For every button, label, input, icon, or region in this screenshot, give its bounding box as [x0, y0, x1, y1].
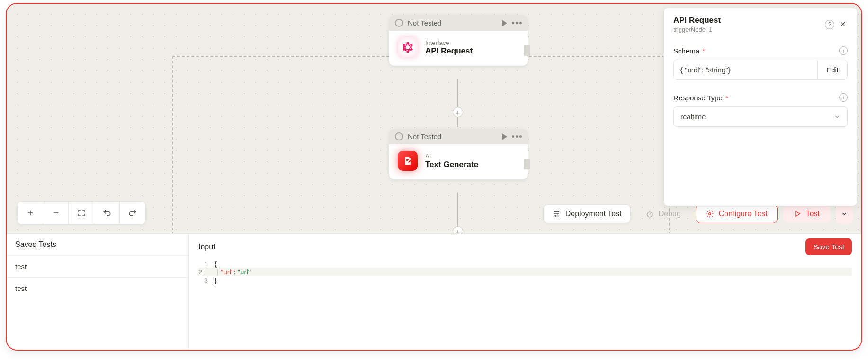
redo-button[interactable] [120, 202, 145, 224]
svg-rect-7 [406, 159, 409, 160]
node-properties-panel: API Request triggerNode_1 ? Schema * i E… [663, 8, 858, 206]
zoom-in-button[interactable] [18, 202, 43, 224]
test-dropdown-button[interactable] [836, 204, 853, 224]
gear-icon [706, 210, 714, 218]
close-icon[interactable] [839, 20, 848, 29]
schema-label: Schema * i [673, 46, 848, 55]
canvas-toolbar [17, 201, 146, 225]
saved-test-item[interactable]: test [7, 255, 188, 277]
save-test-button[interactable]: Save Test [805, 238, 852, 255]
node-text-generate[interactable]: Not Tested AI Text Generate [389, 129, 528, 179]
graphql-icon [398, 37, 418, 57]
svg-point-6 [403, 44, 404, 46]
zoom-out-button[interactable] [43, 202, 69, 224]
more-icon[interactable] [512, 135, 522, 138]
node-title: Text Generate [425, 160, 478, 169]
panel-subtitle: triggerNode_1 [673, 26, 820, 33]
svg-point-1 [407, 42, 408, 44]
debug-button[interactable]: Debug [636, 204, 690, 223]
chevron-down-icon [841, 211, 848, 217]
svg-point-4 [407, 51, 408, 53]
chevron-down-icon [834, 114, 841, 120]
connector-line [457, 79, 458, 127]
node-status: Not Tested [408, 19, 441, 27]
help-icon[interactable]: ? [825, 20, 834, 29]
input-label: Input [198, 243, 215, 251]
svg-marker-11 [796, 211, 800, 217]
svg-point-3 [411, 49, 412, 50]
document-edit-icon [398, 151, 418, 171]
status-circle-icon [395, 132, 403, 140]
node-title: API Request [425, 46, 473, 56]
node-output-port[interactable] [524, 45, 530, 56]
node-api-request[interactable]: Not Tested Interface API [389, 15, 528, 66]
bottom-panel: Saved Tests test test Input Save Test 1{… [7, 233, 861, 350]
more-icon[interactable] [512, 22, 522, 24]
svg-point-5 [403, 49, 404, 50]
info-icon[interactable]: i [839, 46, 848, 55]
json-editor[interactable]: 1{ 2 | "url": "url" 3} [189, 260, 861, 294]
undo-button[interactable] [94, 202, 120, 224]
play-icon[interactable] [502, 133, 507, 140]
node-category: Interface [425, 39, 473, 46]
node-output-port[interactable] [524, 159, 530, 169]
saved-test-item[interactable]: test [7, 277, 188, 299]
saved-tests-panel: Saved Tests test test [7, 234, 189, 350]
svg-point-2 [411, 44, 412, 46]
play-icon [794, 210, 801, 218]
sliders-icon [552, 210, 561, 218]
stopwatch-icon [645, 210, 654, 218]
node-status: Not Tested [408, 132, 441, 140]
edit-schema-button[interactable]: Edit [817, 60, 847, 79]
connector-add-icon[interactable]: + [453, 107, 463, 117]
status-circle-icon [395, 19, 403, 27]
saved-tests-header: Saved Tests [7, 234, 188, 255]
schema-input[interactable] [674, 60, 817, 79]
svg-point-10 [709, 213, 711, 215]
configure-test-button[interactable]: Configure Test [696, 204, 778, 223]
panel-title: API Request [673, 16, 820, 25]
response-type-select[interactable]: realtime [673, 106, 848, 127]
deployment-test-button[interactable]: Deployment Test [543, 204, 631, 223]
response-type-label: Response Type * i [673, 93, 848, 102]
fullscreen-button[interactable] [69, 202, 94, 224]
input-editor-panel: Input Save Test 1{ 2 | "url": "url" 3} [189, 234, 861, 350]
play-icon[interactable] [502, 20, 507, 26]
svg-rect-8 [406, 160, 408, 161]
test-button[interactable]: Test [783, 205, 830, 223]
info-icon[interactable]: i [839, 93, 848, 102]
node-category: AI [425, 153, 478, 160]
